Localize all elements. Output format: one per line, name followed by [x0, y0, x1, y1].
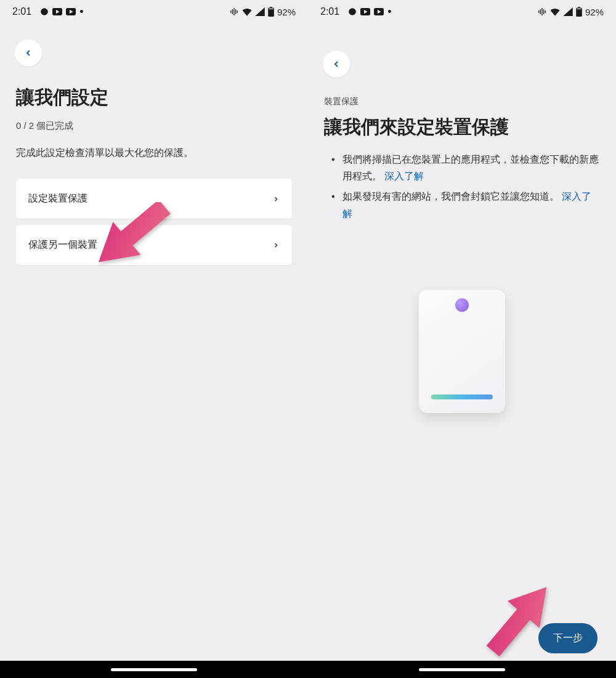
nav-bar: [0, 661, 308, 678]
status-right: 92%: [229, 7, 296, 17]
phone-screen-2: 2:01 • 92%: [308, 0, 616, 678]
status-bar: 2:01 • 92%: [308, 0, 616, 21]
page-title: 讓我們設定: [16, 85, 292, 110]
svg-rect-6: [270, 7, 272, 8]
battery-text: 92%: [277, 7, 296, 17]
battery-icon: [267, 7, 275, 17]
bullet-item: 我們將掃描已在您裝置上的應用程式，並檢查您下載的新應用程式。 深入了解: [329, 151, 600, 184]
wifi-icon: [241, 7, 253, 16]
chevron-right-icon: [272, 242, 280, 249]
protect-another-device-card[interactable]: 保護另一個裝置: [16, 225, 292, 265]
battery-icon: [575, 7, 583, 17]
status-left: 2:01 •: [320, 6, 391, 17]
wifi-icon: [549, 7, 561, 16]
card-label: 保護另一個裝置: [28, 239, 97, 251]
card-label: 設定裝置保護: [28, 192, 87, 205]
nav-bar: [308, 661, 616, 678]
nav-pill[interactable]: [419, 668, 505, 671]
next-button-label: 下一步: [553, 632, 583, 643]
illustration-bar: [431, 394, 493, 399]
status-right: 92%: [537, 7, 604, 17]
svg-point-0: [41, 8, 48, 15]
svg-rect-8: [269, 9, 273, 9]
illustration-ball: [455, 298, 469, 312]
status-left: 2:01 •: [12, 6, 83, 17]
chat-icon: [40, 7, 49, 16]
vibrate-icon: [537, 7, 547, 17]
chevron-left-icon: [331, 59, 341, 69]
content-area: 讓我們設定 0 / 2 個已完成 完成此設定檢查清單以最大化您的保護。 設定裝置…: [0, 67, 308, 661]
youtube-icon: [374, 8, 384, 15]
more-indicator-icon: •: [79, 6, 83, 17]
illustration-wrap: [324, 290, 600, 413]
bullet-text: 如果發現有害的網站，我們會封鎖它並讓您知道。: [342, 191, 559, 202]
svg-rect-18: [577, 9, 581, 9]
next-button[interactable]: 下一步: [538, 623, 598, 653]
back-button[interactable]: [15, 39, 42, 67]
chevron-right-icon: [272, 195, 280, 203]
device-illustration: [419, 290, 505, 413]
status-bar: 2:01 • 92%: [0, 0, 308, 21]
battery-text: 92%: [585, 7, 604, 17]
signal-icon: [563, 7, 573, 16]
svg-marker-5: [255, 7, 265, 16]
bullet-text: 我們將掃描已在您裝置上的應用程式，並檢查您下載的新應用程式。: [342, 154, 599, 181]
setup-device-protection-card[interactable]: 設定裝置保護: [16, 179, 292, 219]
status-time: 2:01: [12, 6, 31, 17]
back-button[interactable]: [323, 51, 350, 78]
chevron-left-icon: [23, 48, 33, 58]
vibrate-icon: [229, 7, 239, 17]
svg-marker-15: [563, 7, 573, 16]
signal-icon: [255, 7, 265, 16]
svg-rect-16: [578, 7, 580, 8]
page-title: 讓我們來設定裝置保護: [324, 115, 600, 140]
svg-point-10: [349, 8, 356, 15]
more-indicator-icon: •: [387, 6, 391, 17]
nav-pill[interactable]: [111, 668, 197, 671]
eyebrow-text: 裝置保護: [324, 96, 600, 107]
phone-screen-1: 2:01 • 92%: [0, 0, 308, 678]
status-time: 2:01: [320, 6, 339, 17]
bullet-list: 我們將掃描已在您裝置上的應用程式，並檢查您下載的新應用程式。 深入了解 如果發現…: [324, 151, 600, 222]
chat-icon: [348, 7, 357, 16]
youtube-icon: [52, 8, 62, 15]
progress-text: 0 / 2 個已完成: [16, 120, 292, 132]
page-description: 完成此設定檢查清單以最大化您的保護。: [16, 145, 292, 160]
youtube-icon: [360, 8, 370, 15]
learn-more-link[interactable]: 深入了解: [384, 171, 424, 181]
content-area: 裝置保護 讓我們來設定裝置保護 我們將掃描已在您裝置上的應用程式，並檢查您下載的…: [308, 78, 616, 661]
bullet-item: 如果發現有害的網站，我們會封鎖它並讓您知道。 深入了解: [329, 188, 600, 221]
youtube-icon: [66, 8, 76, 15]
